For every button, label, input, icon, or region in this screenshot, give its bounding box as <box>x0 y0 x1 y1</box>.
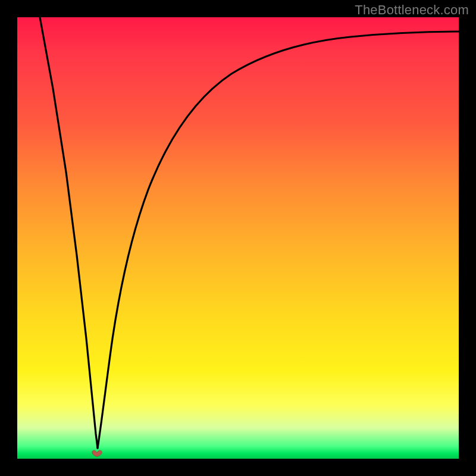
minimum-heart-marker <box>91 449 103 457</box>
curve-right-branch <box>98 32 459 448</box>
bottleneck-curve <box>17 17 459 459</box>
plot-area <box>17 17 459 459</box>
attribution-text: TheBottleneck.com <box>355 2 469 18</box>
curve-left-branch <box>40 17 98 448</box>
